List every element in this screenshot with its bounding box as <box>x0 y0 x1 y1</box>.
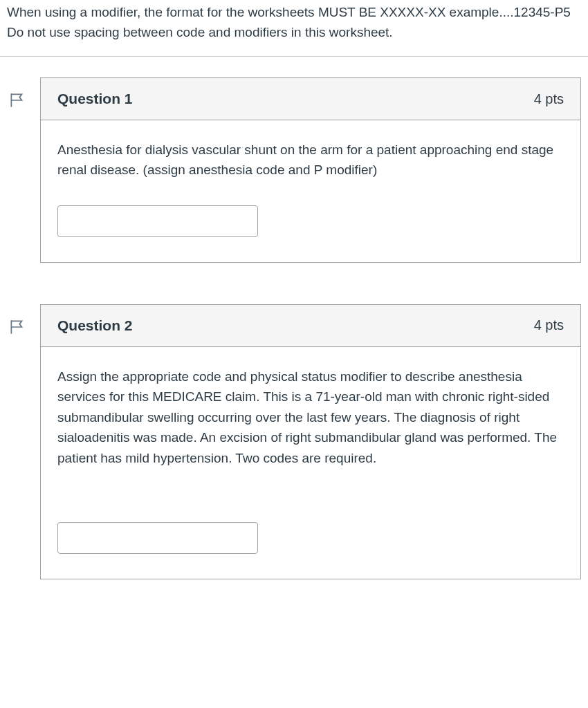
question-body: Anesthesia for dialysis vascular shunt o… <box>41 120 580 262</box>
question-header: Question 2 4 pts <box>41 305 580 347</box>
answer-input[interactable] <box>57 205 258 237</box>
question-title: Question 1 <box>57 91 133 107</box>
answer-input[interactable] <box>57 522 258 554</box>
question-card: Question 2 4 pts Assign the appropriate … <box>40 304 581 579</box>
question-prompt: Assign the appropriate code and physical… <box>57 366 564 468</box>
question-points: 4 pts <box>534 91 564 107</box>
flag-icon[interactable] <box>7 90 28 111</box>
worksheet-instructions: When using a modifier, the format for th… <box>0 0 588 57</box>
question-title: Question 2 <box>57 317 133 334</box>
instructions-text: When using a modifier, the format for th… <box>7 5 571 39</box>
question-row: Question 2 4 pts Assign the appropriate … <box>7 304 581 579</box>
question-row: Question 1 4 pts Anesthesia for dialysis… <box>7 77 581 263</box>
question-header: Question 1 4 pts <box>41 78 580 120</box>
flag-icon[interactable] <box>7 317 28 337</box>
questions-container: Question 1 4 pts Anesthesia for dialysis… <box>0 57 588 635</box>
question-body: Assign the appropriate code and physical… <box>41 347 580 579</box>
question-prompt: Anesthesia for dialysis vascular shunt o… <box>57 140 564 180</box>
question-points: 4 pts <box>534 317 564 333</box>
question-card: Question 1 4 pts Anesthesia for dialysis… <box>40 77 581 263</box>
